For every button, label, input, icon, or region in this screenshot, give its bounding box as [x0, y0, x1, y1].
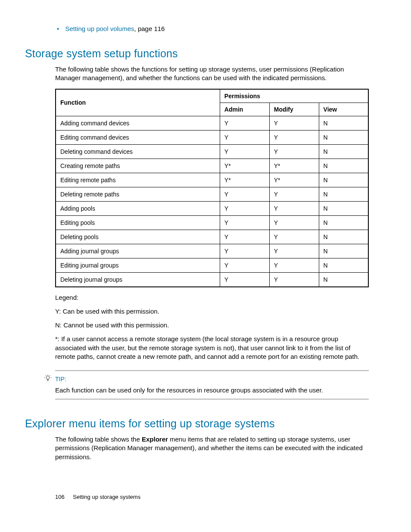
cell-admin: Y	[220, 272, 269, 287]
cell-function: Deleting pools	[56, 230, 220, 244]
cell-view: N	[319, 159, 368, 173]
table-row: Adding poolsYYN	[56, 201, 368, 215]
cell-admin: Y	[220, 244, 269, 258]
svg-line-4	[46, 375, 46, 376]
tip-text: Each function can be used only for the r…	[55, 386, 369, 394]
table-row: Deleting command devicesYYN	[56, 144, 368, 159]
table-row: Deleting poolsYYN	[56, 230, 368, 244]
cell-view: N	[319, 187, 368, 201]
cell-modify: Y*	[269, 159, 319, 173]
link-setting-up-pool-volumes[interactable]: Setting up pool volumes	[65, 25, 134, 32]
table-row: Adding journal groupsYYN	[56, 244, 368, 258]
table-row: Deleting journal groupsYYN	[56, 272, 368, 287]
bullet-icon: •	[57, 25, 59, 32]
cell-view: N	[319, 116, 368, 130]
document-page: • Setting up pool volumes, page 116 Stor…	[0, 0, 411, 532]
cell-function: Creating remote paths	[56, 159, 220, 173]
table-row: Editing remote pathsY*Y*N	[56, 173, 368, 187]
cell-view: N	[319, 215, 368, 230]
cell-admin: Y	[220, 258, 269, 272]
heading-explorer-menu-items: Explorer menu items for setting up stora…	[25, 417, 369, 430]
th-permissions: Permissions	[220, 89, 368, 103]
cell-admin: Y	[220, 230, 269, 244]
cell-function: Editing remote paths	[56, 173, 220, 187]
legend-block: Legend: Y: Can be used with this permiss…	[55, 293, 369, 361]
legend-n: N: Cannot be used with this permission.	[55, 321, 369, 330]
svg-point-0	[46, 376, 50, 380]
bullet-suffix: , page 116	[134, 25, 165, 32]
cell-modify: Y	[269, 272, 319, 287]
cell-view: N	[319, 144, 368, 159]
table-row: Adding command devicesYYN	[56, 116, 368, 130]
permissions-table: Function Permissions Admin Modify View A…	[55, 89, 369, 287]
cell-admin: Y	[220, 201, 269, 215]
cell-function: Adding journal groups	[56, 244, 220, 258]
table-row: Editing poolsYYN	[56, 215, 368, 230]
intro-paragraph-2: The following table shows the Explorer m…	[55, 435, 369, 461]
cell-admin: Y	[220, 144, 269, 159]
page-number: 106	[55, 494, 65, 500]
lightbulb-icon	[44, 374, 52, 382]
tip-callout: TIP: Each function can be used only for …	[55, 370, 369, 399]
footer-section-name: Setting up storage systems	[73, 494, 140, 500]
th-modify: Modify	[269, 103, 319, 116]
cell-function: Editing pools	[56, 215, 220, 230]
cell-modify: Y	[269, 130, 319, 144]
cell-function: Deleting command devices	[56, 144, 220, 159]
cell-view: N	[319, 173, 368, 187]
cell-modify: Y	[269, 116, 319, 130]
cell-admin: Y	[220, 130, 269, 144]
intro2-pre: The following table shows the	[55, 436, 142, 443]
cell-view: N	[319, 258, 368, 272]
legend-title: Legend:	[55, 293, 369, 302]
cell-view: N	[319, 130, 368, 144]
cell-view: N	[319, 230, 368, 244]
intro-paragraph-1: The following table shows the functions …	[55, 65, 369, 83]
cell-function: Adding pools	[56, 201, 220, 215]
cell-modify: Y	[269, 244, 319, 258]
page-footer: 106 Setting up storage systems	[55, 494, 140, 500]
tip-label: TIP:	[55, 376, 66, 383]
cell-modify: Y*	[269, 173, 319, 187]
cell-admin: Y	[220, 215, 269, 230]
table-row: Editing command devicesYYN	[56, 130, 368, 144]
heading-storage-system-setup-functions: Storage system setup functions	[25, 47, 369, 60]
cell-admin: Y*	[220, 173, 269, 187]
cell-modify: Y	[269, 201, 319, 215]
cell-modify: Y	[269, 187, 319, 201]
cell-function: Editing command devices	[56, 130, 220, 144]
cell-admin: Y	[220, 116, 269, 130]
cell-admin: Y	[220, 187, 269, 201]
cell-modify: Y	[269, 230, 319, 244]
cell-function: Editing journal groups	[56, 258, 220, 272]
table-row: Creating remote pathsY*Y*N	[56, 159, 368, 173]
th-function: Function	[56, 89, 220, 116]
cell-modify: Y	[269, 258, 319, 272]
th-admin: Admin	[220, 103, 269, 116]
bullet-list-item: • Setting up pool volumes, page 116	[57, 25, 369, 32]
cell-modify: Y	[269, 215, 319, 230]
table-row: Editing journal groupsYYN	[56, 258, 368, 272]
cell-view: N	[319, 201, 368, 215]
cell-view: N	[319, 244, 368, 258]
legend-y: Y: Can be used with this permission.	[55, 307, 369, 316]
cell-admin: Y*	[220, 159, 269, 173]
cell-view: N	[319, 272, 368, 287]
intro2-bold: Explorer	[142, 436, 168, 443]
table-row: Deleting remote pathsYYN	[56, 187, 368, 201]
legend-star: *: If a user cannot access a remote stor…	[55, 335, 369, 361]
cell-modify: Y	[269, 144, 319, 159]
cell-function: Adding command devices	[56, 116, 220, 130]
svg-line-5	[50, 375, 50, 376]
cell-function: Deleting journal groups	[56, 272, 220, 287]
cell-function: Deleting remote paths	[56, 187, 220, 201]
th-view: View	[319, 103, 368, 116]
